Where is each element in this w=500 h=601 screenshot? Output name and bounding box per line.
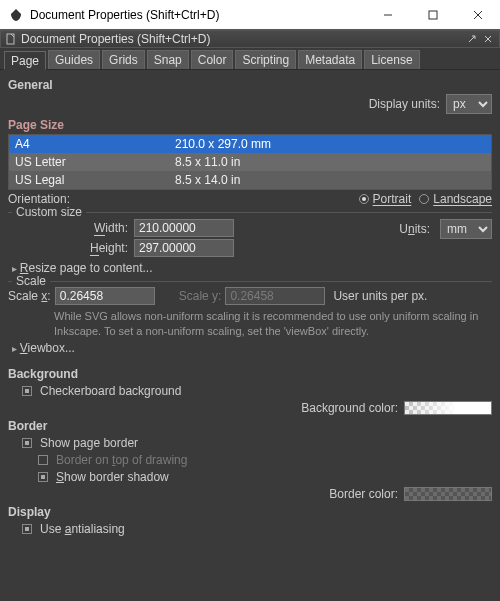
- window-controls: [365, 0, 500, 29]
- close-button[interactable]: [455, 0, 500, 29]
- radio-icon: [359, 194, 369, 204]
- svg-rect-1: [429, 11, 437, 19]
- tab-guides[interactable]: Guides: [48, 50, 100, 69]
- orientation-portrait[interactable]: Portrait: [359, 192, 412, 206]
- scale-y-label: Scale y:: [179, 289, 222, 303]
- checkbox-icon: [22, 524, 32, 534]
- height-input[interactable]: [134, 239, 234, 257]
- tab-scripting[interactable]: Scripting: [235, 50, 296, 69]
- width-label: Width:: [28, 219, 128, 237]
- scale-help-text: While SVG allows non-uniform scaling it …: [54, 309, 492, 339]
- viewbox-expander[interactable]: Viewbox...: [12, 341, 492, 355]
- user-units-label: User units per px.: [333, 289, 427, 303]
- width-input[interactable]: [134, 219, 234, 237]
- section-background: Background: [8, 367, 492, 381]
- app-logo-icon: [8, 7, 24, 23]
- radio-icon: [419, 194, 429, 204]
- page-size-row-us-letter[interactable]: US Letter 8.5 x 11.0 in: [9, 153, 491, 171]
- height-label: Height:: [28, 239, 128, 257]
- scale-group: Scale Scale x: Scale y: User units per p…: [8, 281, 492, 355]
- scale-x-input[interactable]: [55, 287, 155, 305]
- use-antialiasing-checkbox[interactable]: Use antialiasing: [22, 522, 492, 536]
- window-titlebar: Document Properties (Shift+Ctrl+D): [0, 0, 500, 30]
- show-page-border-checkbox[interactable]: Show page border: [22, 436, 492, 450]
- border-color-label: Border color:: [329, 487, 398, 501]
- document-icon: [5, 33, 17, 45]
- page-size-row-us-legal[interactable]: US Legal 8.5 x 14.0 in: [9, 171, 491, 189]
- custom-units-select[interactable]: mm: [440, 219, 492, 239]
- tab-page[interactable]: Page: [4, 51, 46, 70]
- checkbox-icon: [22, 438, 32, 448]
- window-title: Document Properties (Shift+Ctrl+D): [30, 8, 365, 22]
- checkbox-icon: [38, 455, 48, 465]
- section-page-size: Page Size: [8, 118, 492, 132]
- minimize-button[interactable]: [365, 0, 410, 29]
- border-on-top-checkbox[interactable]: Border on top of drawing: [38, 453, 492, 467]
- dock-titlebar[interactable]: Document Properties (Shift+Ctrl+D): [0, 30, 500, 48]
- page-size-row-a4[interactable]: A4 210.0 x 297.0 mm: [9, 135, 491, 153]
- show-border-shadow-checkbox[interactable]: Show border shadow: [38, 470, 492, 484]
- tab-bar: Page Guides Grids Snap Color Scripting M…: [0, 48, 500, 70]
- dock-close-button[interactable]: [481, 32, 495, 46]
- tab-grids[interactable]: Grids: [102, 50, 145, 69]
- page-size-list[interactable]: A4 210.0 x 297.0 mm US Letter 8.5 x 11.0…: [8, 134, 492, 190]
- resize-to-content-expander[interactable]: Resize page to content...: [12, 261, 492, 275]
- tab-color[interactable]: Color: [191, 50, 234, 69]
- checkbox-icon: [38, 472, 48, 482]
- scale-x-label: Scale x:: [8, 289, 51, 303]
- dock-undock-button[interactable]: [465, 32, 479, 46]
- orientation-landscape[interactable]: Landscape: [419, 192, 492, 206]
- custom-size-group: Custom size Width: Height: Units: mm Res…: [8, 212, 492, 275]
- section-display: Display: [8, 505, 492, 519]
- orientation-label: Orientation:: [8, 192, 70, 206]
- custom-units-label: Units:: [399, 222, 430, 236]
- tab-metadata[interactable]: Metadata: [298, 50, 362, 69]
- display-units-label: Display units:: [369, 97, 440, 111]
- section-border: Border: [8, 419, 492, 433]
- border-color-swatch[interactable]: [404, 487, 492, 501]
- checkerboard-checkbox[interactable]: Checkerboard background: [22, 384, 492, 398]
- dock-title: Document Properties (Shift+Ctrl+D): [21, 32, 463, 46]
- tab-license[interactable]: License: [364, 50, 419, 69]
- display-units-select[interactable]: px: [446, 94, 492, 114]
- background-color-swatch[interactable]: [404, 401, 492, 415]
- maximize-button[interactable]: [410, 0, 455, 29]
- tab-snap[interactable]: Snap: [147, 50, 189, 69]
- checkbox-icon: [22, 386, 32, 396]
- scale-y-input: [225, 287, 325, 305]
- background-color-label: Background color:: [301, 401, 398, 415]
- section-general: General: [8, 78, 492, 92]
